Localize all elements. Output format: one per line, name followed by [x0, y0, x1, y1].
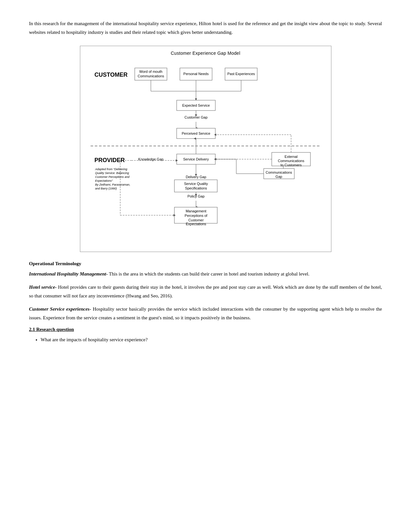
svg-text:Communications: Communications: [278, 159, 304, 163]
svg-text:Communications: Communications: [266, 170, 292, 174]
svg-text:Management: Management: [185, 209, 206, 213]
svg-text:Word of mouth: Word of mouth: [139, 70, 162, 73]
svg-text:Customer Gap: Customer Gap: [184, 115, 208, 119]
svg-text:Service Quality: Service Quality: [184, 182, 208, 186]
svg-text:By Zeithami, Parasuraman,: By Zeithami, Parasuraman,: [95, 183, 130, 186]
svg-text:Perceived Service: Perceived Service: [181, 131, 210, 135]
bullet-item-1: What are the impacts of hospitality serv…: [41, 335, 382, 344]
svg-text:Communications: Communications: [138, 74, 164, 78]
svg-text:Quality Service: Balancing: Quality Service: Balancing: [95, 171, 129, 175]
svg-text:Expectations: Expectations: [186, 222, 206, 226]
svg-text:Expected Service: Expected Service: [182, 103, 210, 107]
term-def-1: This is the area in which the students c…: [108, 271, 309, 276]
svg-text:Past Experiences: Past Experiences: [227, 72, 255, 76]
term-block-1: International Hospitality Management- Th…: [29, 270, 382, 278]
svg-text:to Customers: to Customers: [280, 163, 302, 167]
term-name-1: International Hospitality Management-: [29, 271, 108, 276]
diagram-container: Customer Experience Gap Model CUSTOMER W…: [80, 46, 331, 252]
term-block-3: Customer Service experiences- Hospitalit…: [29, 305, 382, 322]
svg-text:Expectations": Expectations": [95, 179, 113, 182]
svg-text:Service Delivery: Service Delivery: [183, 157, 209, 161]
term-def-2: Hotel provides care to their guests duri…: [29, 285, 382, 298]
diagram-svg: CUSTOMER Word of mouth Communications Pe…: [85, 59, 327, 246]
svg-text:Customer Perceptions and: Customer Perceptions and: [95, 175, 130, 179]
svg-text:Gap: Gap: [275, 175, 282, 179]
svg-text:Perceptions of: Perceptions of: [184, 214, 207, 218]
svg-text:Personal Needs: Personal Needs: [183, 72, 209, 76]
svg-text:External: External: [284, 155, 297, 159]
rq-heading: 2.1 Research question: [29, 327, 382, 332]
op-term-heading: Operational Terminology: [29, 261, 382, 266]
diagram-title: Customer Experience Gap Model: [85, 51, 327, 56]
intro-paragraph: In this research for the management of t…: [29, 19, 382, 37]
svg-text:Specifications: Specifications: [185, 186, 207, 190]
svg-text:and Barry (1990): and Barry (1990): [95, 187, 117, 190]
svg-text:Delivery Gap: Delivery Gap: [186, 175, 206, 179]
term-name-3: Customer Service experiences-: [29, 306, 91, 312]
bullet-list: What are the impacts of hospitality serv…: [41, 335, 382, 344]
svg-text:Adapted from "Delivering: Adapted from "Delivering: [95, 168, 127, 171]
term-block-2: Hotel service- Hotel provides care to th…: [29, 283, 382, 300]
provider-label: PROVIDER: [94, 157, 125, 163]
term-name-2: Hotel service-: [29, 285, 57, 290]
svg-text:Customer: Customer: [188, 218, 204, 222]
customer-label: CUSTOMER: [94, 72, 128, 78]
